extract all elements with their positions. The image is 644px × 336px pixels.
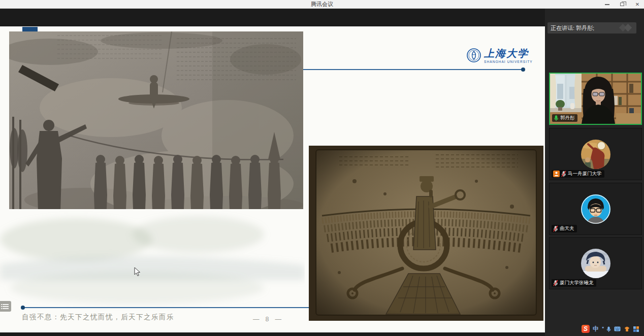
mic-on-icon (554, 115, 559, 121)
participant-name: 曲天夫 (560, 225, 574, 232)
mic-muted-icon (553, 280, 558, 286)
university-emblem-icon (466, 48, 481, 63)
mic-muted-icon (553, 225, 558, 232)
restore-button[interactable] (619, 1, 626, 8)
shared-screen-slide: 上海大学 SHANGHAI UNIVERSITY (0, 26, 545, 332)
university-name-en: SHANGHAI UNIVERSITY (484, 60, 533, 63)
page-number: — 8 — (253, 316, 281, 323)
ime-toolbar: S 中 ’’ (582, 323, 642, 334)
mouse-cursor (134, 267, 141, 277)
participant-4-name-label: 厦门大学张曦龙 (552, 279, 596, 287)
page-number-value: 8 (266, 316, 269, 323)
slide-watermark-background (0, 204, 305, 321)
minimize-button[interactable] (603, 1, 610, 8)
window-with-curtains (550, 74, 582, 112)
speaking-indicator-bar: 正在讲话: 郭丹彤; (548, 22, 636, 33)
participant-2-name-label: 马一舟厦门大学 (552, 170, 604, 178)
page-dash-left: — (253, 316, 260, 323)
ime-keyboard-icon[interactable] (614, 326, 621, 331)
participant-1-name-label: 郭丹彤 (552, 114, 577, 122)
ime-toolbox-icon[interactable] (633, 326, 639, 332)
participant-1-person (582, 77, 615, 124)
participant-3-avatar (581, 194, 610, 224)
participant-tile-4[interactable]: 厦门大学张曦龙 (549, 237, 642, 289)
university-logo: 上海大学 SHANGHAI UNIVERSITY (466, 47, 533, 63)
rule-start-dot (21, 306, 25, 310)
speaking-label: 正在讲话: 郭丹彤; (551, 24, 619, 32)
window-title: 腾讯会议 (311, 1, 333, 8)
close-button[interactable]: ✕ (634, 1, 641, 8)
ime-skin-icon[interactable] (624, 326, 630, 332)
participant-tile-1[interactable]: 郭丹彤 (549, 73, 642, 125)
minimize-icon (605, 4, 609, 5)
mic-muted-icon (561, 171, 566, 177)
participant-name: 郭丹彤 (560, 115, 575, 121)
participant-tile-3[interactable]: 曲天夫 (549, 183, 642, 235)
window-titlebar: 腾讯会议 ✕ (0, 0, 644, 9)
participant-name: 马一舟厦门大学 (568, 171, 602, 177)
behistun-relief-image (9, 31, 303, 209)
close-icon: ✕ (635, 2, 639, 7)
ime-punctuation-icon[interactable]: ’’ (602, 326, 603, 332)
university-name-cn: 上海大学 (484, 47, 533, 60)
slide-footer-motto: 自强不息：先天下之忧而忧，后天下之乐而乐 (22, 313, 174, 322)
sogou-logo-icon[interactable]: S (582, 325, 590, 333)
rule-end-dot (521, 68, 525, 72)
member-badge-icon (553, 171, 560, 177)
participant-2-avatar (581, 140, 610, 169)
participant-tile-2[interactable]: 马一舟厦门大学 (549, 128, 642, 180)
participant-name: 厦门大学张曦龙 (560, 280, 594, 286)
faravahar-relief-image (309, 146, 543, 321)
window-controls: ✕ (603, 0, 641, 9)
tencent-meeting-window: 腾讯会议 ✕ (0, 0, 644, 336)
participant-4-avatar (581, 249, 610, 278)
header-rule-line (303, 69, 525, 70)
meeting-watermark-icon (619, 24, 633, 32)
ime-chinese-mode[interactable]: 中 (593, 325, 599, 333)
page-dash-right: — (275, 316, 281, 323)
ime-voice-icon[interactable] (606, 326, 611, 332)
participants-panel: 正在讲话: 郭丹彤; (545, 9, 644, 336)
restore-icon (620, 3, 624, 6)
participant-3-name-label: 曲天夫 (552, 225, 577, 232)
annotation-list-button[interactable] (0, 301, 11, 312)
